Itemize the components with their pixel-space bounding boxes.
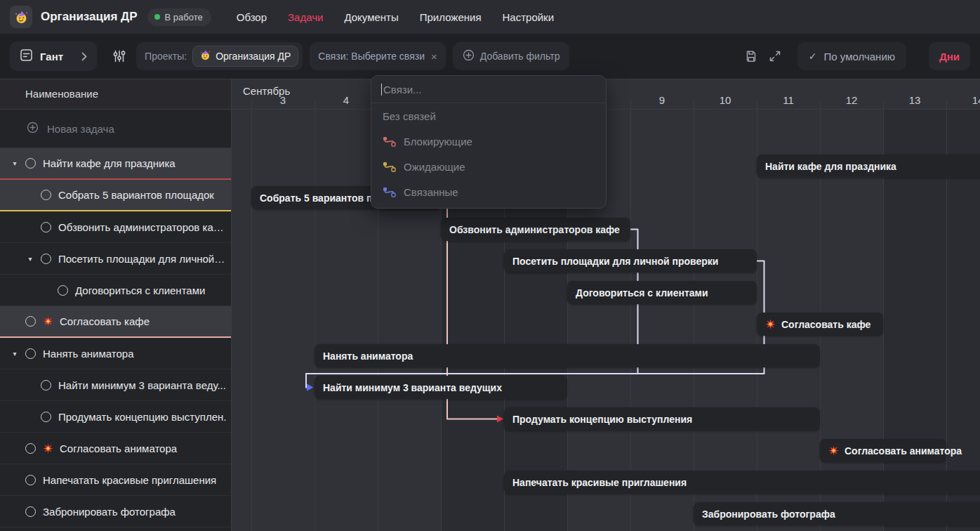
task-row-posetit[interactable]: ▾Посетить площадки для личной п.. xyxy=(0,243,231,275)
gantt-bar-soglasovat_cafe[interactable]: Согласовать кафе xyxy=(757,313,883,336)
task-label: Собрать 5 вариантов площадок xyxy=(58,189,218,201)
gantt-bar-soglasovat_anim[interactable]: Согласовать аниматора xyxy=(820,439,946,462)
timeline-day-3: 3 xyxy=(251,94,314,106)
view-switcher-button[interactable]: Гант xyxy=(10,41,97,71)
link-arrow-icon xyxy=(307,384,313,391)
links-dropdown-option-Ожидающие[interactable]: Ожидающие xyxy=(371,154,606,179)
task-row-obzvonit[interactable]: Обзвонить администраторов кафе xyxy=(0,211,231,243)
task-row-dogovoritsya[interactable]: Договориться с клиентами xyxy=(0,275,231,306)
project-chip-label: Организация ДР xyxy=(216,51,291,62)
nav-item-Документы[interactable]: Документы xyxy=(344,11,398,23)
task-status-circle-icon[interactable] xyxy=(41,190,51,200)
task-label: Забронировать фотографа xyxy=(43,506,180,518)
gantt-bar-napechatat[interactable]: Напечатать красивые приглашения xyxy=(504,471,980,494)
caret-down-icon[interactable]: ▾ xyxy=(10,350,20,358)
caret-down-icon[interactable]: ▾ xyxy=(10,159,20,167)
main-nav: ОбзорЗадачиДокументыПриложенияНастройки xyxy=(237,11,554,23)
task-status-circle-icon[interactable] xyxy=(41,222,51,232)
task-label: Согласовать аниматора xyxy=(60,442,181,454)
circled-plus-icon xyxy=(463,49,475,64)
links-filter-label: Связи: Выберите связи xyxy=(318,51,425,62)
gantt-bar-label: Напечатать красивые приглашения xyxy=(512,477,687,488)
gantt-bar-produmat[interactable]: Продумать концепцию выступления xyxy=(504,407,820,431)
task-status-circle-icon[interactable] xyxy=(25,316,36,327)
timeline-day-4: 4 xyxy=(314,94,378,106)
gantt-bar-label: Забронировать фотографа xyxy=(702,509,835,520)
new-task-button[interactable]: Новая задача xyxy=(0,110,231,148)
status-badge[interactable]: В работе xyxy=(147,8,211,26)
task-status-circle-icon[interactable] xyxy=(41,380,51,391)
scale-label: Дни xyxy=(939,51,960,63)
add-filter-button[interactable]: Добавить фильтр xyxy=(453,42,570,70)
nav-item-Приложения[interactable]: Приложения xyxy=(420,11,482,23)
gantt-bar-zabronirovat[interactable]: Забронировать фотографа xyxy=(694,502,980,525)
close-icon[interactable]: × xyxy=(431,51,437,63)
gantt-app: Организация ДР В работе ОбзорЗадачиДокум… xyxy=(0,0,980,531)
task-status-circle-icon[interactable] xyxy=(25,158,36,169)
task-list-sidebar: Наименование Новая задача ▾Найти кафе дл… xyxy=(0,79,232,531)
gantt-bar-naiti_min[interactable]: Найти минимум 3 варианта ведущих xyxy=(314,376,567,399)
project-chip[interactable]: Организация ДР xyxy=(192,46,298,67)
gantt-bar-posetit[interactable]: Посетить площадки для личной проверки xyxy=(504,249,757,273)
timeline-day-9: 9 xyxy=(630,94,694,106)
links-dropdown-option-label: Связанные xyxy=(404,186,458,198)
new-task-label: Новая задача xyxy=(47,123,114,135)
link-line-related xyxy=(306,261,764,388)
links-search-placeholder: Связи... xyxy=(383,84,422,96)
task-row-produmat[interactable]: Продумать концепцию выступлен. xyxy=(0,401,231,433)
gantt-bar-obzvonit[interactable]: Обзвонить администраторов кафе xyxy=(441,218,630,241)
text-cursor xyxy=(381,84,382,96)
gantt-bar-nanyat[interactable]: Нанять аниматора xyxy=(314,344,820,367)
project-emoji-icon xyxy=(10,6,32,28)
fullscreen-icon[interactable] xyxy=(768,49,782,63)
chevron-right-icon xyxy=(81,52,87,61)
links-dropdown-option-label: Блокирующие xyxy=(404,136,472,148)
links-dropdown-option-Без связей[interactable]: Без связей xyxy=(371,103,606,129)
link-type-icon xyxy=(383,136,396,147)
projects-label: Проекты: xyxy=(145,51,187,62)
preset-selector-button[interactable]: ✓ По умолчанию xyxy=(797,42,906,70)
task-status-circle-icon[interactable] xyxy=(25,506,36,517)
links-dropdown: Связи... Без связейБлокирующиеОжидающиеС… xyxy=(371,75,607,209)
task-status-circle-icon[interactable] xyxy=(25,475,36,485)
milestone-star-icon xyxy=(765,319,776,329)
task-status-circle-icon[interactable] xyxy=(58,285,68,296)
save-icon[interactable] xyxy=(744,49,758,63)
task-row-soglasovat_anim[interactable]: Согласовать аниматора xyxy=(0,433,231,464)
link-type-icon xyxy=(383,162,396,172)
filter-sliders-icon[interactable] xyxy=(112,49,126,63)
task-status-circle-icon[interactable] xyxy=(41,254,51,264)
links-filter-chip[interactable]: Связи: Выберите связи × xyxy=(310,42,445,70)
milestone-star-icon xyxy=(43,316,53,327)
gantt-bar-label: Найти кафе для праздника xyxy=(765,161,896,172)
task-row-zabronirovat[interactable]: Забронировать фотографа xyxy=(0,496,231,527)
timeline-day-10: 10 xyxy=(694,94,757,106)
links-dropdown-option-Блокирующие[interactable]: Блокирующие xyxy=(371,129,606,154)
task-row-napechatat[interactable]: Напечатать красивые приглашения xyxy=(0,464,231,496)
task-row-nanyat[interactable]: ▾Нанять аниматора xyxy=(0,338,231,369)
nav-item-Задачи[interactable]: Задачи xyxy=(288,11,323,23)
links-dropdown-option-Связанные[interactable]: Связанные xyxy=(371,179,606,204)
timeline-day-12: 12 xyxy=(820,94,883,106)
task-label: Посетить площадки для личной п.. xyxy=(58,253,231,265)
links-dropdown-option-label: Без связей xyxy=(383,110,436,122)
task-row-soglasovat_cafe[interactable]: Согласовать кафе xyxy=(0,306,231,338)
timeline-day-11: 11 xyxy=(757,94,820,106)
check-icon: ✓ xyxy=(809,51,817,62)
caret-down-icon[interactable]: ▾ xyxy=(25,255,35,263)
nav-item-Настройки[interactable]: Настройки xyxy=(503,11,555,23)
task-status-circle-icon[interactable] xyxy=(25,443,36,454)
gantt-bar-label: Посетить площадки для личной проверки xyxy=(512,256,718,267)
scale-days-button[interactable]: Дни xyxy=(929,42,970,70)
preset-label: По умолчанию xyxy=(824,51,895,63)
task-row-find_cafe[interactable]: ▾Найти кафе для праздника xyxy=(0,148,231,180)
task-status-circle-icon[interactable] xyxy=(41,412,51,422)
task-row-sobrat[interactable]: Собрать 5 вариантов площадок xyxy=(0,180,231,211)
links-search-input[interactable]: Связи... xyxy=(371,76,606,103)
task-row-naiti_min[interactable]: Найти минимум 3 варианта веду... xyxy=(0,369,231,401)
gantt-bar-dogovoritsya[interactable]: Договориться с клиентами xyxy=(567,281,757,304)
gantt-bar-find_cafe[interactable]: Найти кафе для праздника xyxy=(757,155,980,178)
task-status-circle-icon[interactable] xyxy=(25,348,36,359)
projects-filter-chip[interactable]: Проекты: Организация ДР xyxy=(136,42,303,70)
nav-item-Обзор[interactable]: Обзор xyxy=(237,11,267,23)
